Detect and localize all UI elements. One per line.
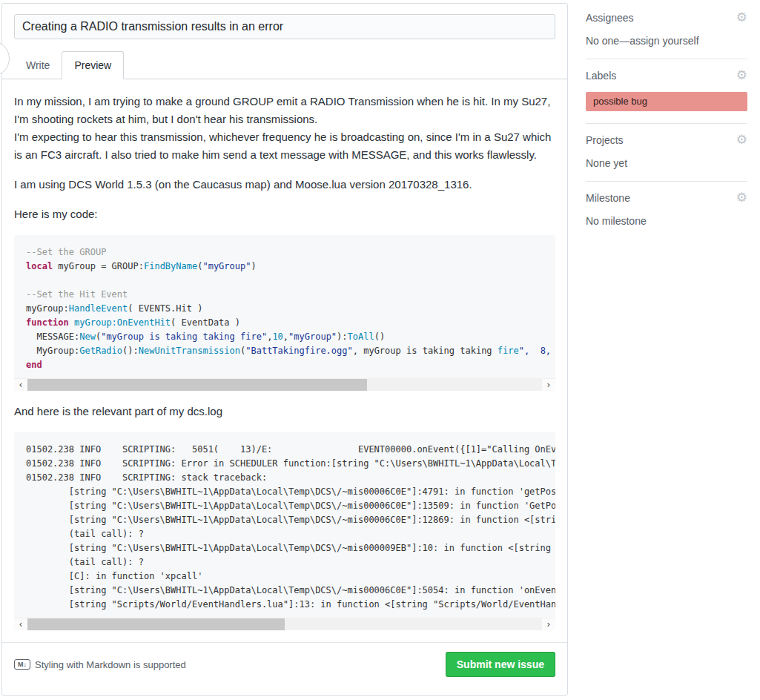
- editor-tabs: Write Preview: [2, 51, 567, 79]
- tab-write[interactable]: Write: [14, 52, 62, 79]
- scrollbar-track[interactable]: [27, 618, 542, 630]
- labels-title: Labels: [586, 70, 616, 82]
- submit-new-issue-button[interactable]: Submit new issue: [446, 652, 555, 677]
- projects-title: Projects: [586, 134, 624, 146]
- code-horizontal-scrollbar: ‹ ›: [14, 378, 555, 391]
- tab-preview[interactable]: Preview: [62, 51, 124, 79]
- gear-icon[interactable]: ⚙: [736, 192, 747, 204]
- scroll-right-icon[interactable]: ›: [542, 380, 555, 391]
- scroll-left-icon[interactable]: ‹: [14, 380, 27, 391]
- preview-paragraph-2: I am using DCS World 1.5.3 (on the Cauca…: [14, 176, 555, 194]
- projects-section: Projects ⚙ None yet: [586, 124, 747, 182]
- preview-paragraph-1: In my mission, I am trying to make a gro…: [14, 93, 555, 164]
- log-block: 01502.238 INFO SCRIPTING: 5051( 13)/E: E…: [14, 432, 555, 630]
- gear-icon[interactable]: ⚙: [736, 70, 747, 82]
- code-lines: --Set the GROUPlocal myGroup = GROUP:Fin…: [14, 235, 555, 378]
- assignees-value[interactable]: No one—assign yourself: [586, 35, 747, 47]
- scrollbar-thumb[interactable]: [27, 618, 285, 630]
- markdown-note-text: Styling with Markdown is supported: [35, 659, 186, 670]
- projects-value: None yet: [586, 157, 747, 169]
- markdown-icon: M↓: [14, 659, 30, 670]
- label-pill[interactable]: possible bug: [586, 92, 747, 111]
- milestone-title: Milestone: [586, 192, 630, 204]
- code-block: --Set the GROUPlocal myGroup = GROUP:Fin…: [14, 235, 555, 391]
- title-row: [2, 4, 567, 39]
- milestone-section: Milestone ⚙ No milestone: [586, 182, 747, 239]
- labels-section: Labels ⚙ possible bug: [586, 59, 747, 124]
- log-lines: 01502.238 INFO SCRIPTING: 5051( 13)/E: E…: [14, 432, 555, 618]
- scroll-left-icon[interactable]: ‹: [14, 619, 27, 630]
- preview-pane: In my mission, I am trying to make a gro…: [2, 79, 567, 630]
- gear-icon[interactable]: ⚙: [736, 12, 747, 24]
- issue-sidebar: Assignees ⚙ No one—assign yourself Label…: [586, 4, 747, 239]
- assignees-title: Assignees: [586, 12, 634, 24]
- log-horizontal-scrollbar: ‹ ›: [14, 618, 555, 630]
- preview-paragraph-4: And here is the relevant part of my dcs.…: [14, 403, 555, 420]
- issue-title-input[interactable]: [14, 14, 555, 39]
- assignees-section: Assignees ⚙ No one—assign yourself: [586, 4, 747, 59]
- gear-icon[interactable]: ⚙: [736, 134, 747, 146]
- scroll-right-icon[interactable]: ›: [542, 619, 555, 630]
- scrollbar-thumb[interactable]: [27, 379, 367, 391]
- new-issue-form: Write Preview In my mission, I am trying…: [1, 3, 568, 696]
- markdown-note: M↓ Styling with Markdown is supported: [14, 659, 186, 670]
- preview-paragraph-3: Here is my code:: [14, 205, 555, 223]
- milestone-value: No milestone: [586, 215, 747, 227]
- scrollbar-track[interactable]: [27, 379, 542, 391]
- form-footer: M↓ Styling with Markdown is supported Su…: [2, 642, 567, 686]
